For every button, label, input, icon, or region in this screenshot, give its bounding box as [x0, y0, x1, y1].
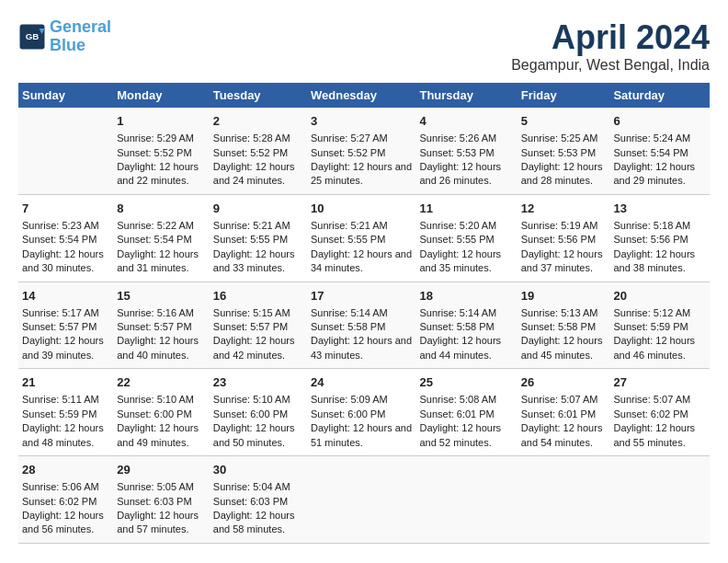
- day-number: 6: [613, 113, 706, 130]
- sunset-text: Sunset: 5:58 PM: [419, 320, 513, 334]
- sunset-text: Sunset: 5:57 PM: [213, 320, 303, 334]
- daylight-text: Daylight: 12 hours and 48 minutes.: [22, 421, 109, 450]
- col-header-sunday: Sunday: [18, 83, 113, 108]
- cell-3-6: 19Sunrise: 5:13 AMSunset: 5:58 PMDayligh…: [518, 282, 610, 369]
- sunset-text: Sunset: 5:52 PM: [213, 146, 303, 160]
- sunset-text: Sunset: 5:57 PM: [22, 320, 109, 334]
- cell-1-4: 3Sunrise: 5:27 AMSunset: 5:52 PMDaylight…: [307, 108, 415, 194]
- cell-1-5: 4Sunrise: 5:26 AMSunset: 5:53 PMDaylight…: [415, 108, 517, 194]
- sunset-text: Sunset: 6:02 PM: [22, 495, 109, 509]
- sunrise-text: Sunrise: 5:28 AM: [213, 132, 303, 145]
- main-title: April 2024: [511, 18, 710, 57]
- day-number: 27: [613, 374, 706, 391]
- daylight-text: Daylight: 12 hours and 58 minutes.: [213, 509, 303, 537]
- day-number: 8: [117, 201, 206, 217]
- day-number: 22: [117, 374, 206, 391]
- day-number: 1: [117, 113, 206, 130]
- day-number: 21: [22, 374, 109, 391]
- daylight-text: Daylight: 12 hours and 34 minutes.: [311, 247, 412, 276]
- daylight-text: Daylight: 12 hours and 43 minutes.: [311, 334, 412, 362]
- logo-text: General Blue: [50, 18, 111, 55]
- cell-2-4: 10Sunrise: 5:21 AMSunset: 5:55 PMDayligh…: [307, 194, 415, 282]
- col-header-monday: Monday: [113, 83, 210, 108]
- logo: GB General Blue: [18, 18, 111, 55]
- calendar-body: 1Sunrise: 5:29 AMSunset: 5:52 PMDaylight…: [18, 108, 710, 543]
- cell-1-3: 2Sunrise: 5:28 AMSunset: 5:52 PMDaylight…: [210, 108, 307, 194]
- cell-3-7: 20Sunrise: 5:12 AMSunset: 5:59 PMDayligh…: [609, 282, 710, 369]
- sunrise-text: Sunrise: 5:24 AM: [613, 132, 706, 145]
- sunset-text: Sunset: 5:54 PM: [22, 233, 109, 247]
- day-number: 24: [311, 374, 412, 391]
- cell-2-2: 8Sunrise: 5:22 AMSunset: 5:54 PMDaylight…: [113, 194, 210, 282]
- sunrise-text: Sunrise: 5:10 AM: [213, 393, 303, 407]
- day-number: 2: [213, 113, 303, 130]
- col-header-tuesday: Tuesday: [210, 83, 307, 108]
- day-number: 16: [213, 288, 303, 304]
- cell-1-1: [18, 108, 113, 194]
- daylight-text: Daylight: 12 hours and 28 minutes.: [521, 160, 607, 189]
- daylight-text: Daylight: 12 hours and 35 minutes.: [419, 247, 513, 276]
- cell-5-7: [609, 456, 710, 544]
- day-number: 25: [419, 374, 513, 391]
- sunrise-text: Sunrise: 5:27 AM: [311, 132, 412, 145]
- cell-2-5: 11Sunrise: 5:20 AMSunset: 5:55 PMDayligh…: [415, 194, 517, 282]
- day-number: 26: [521, 374, 607, 391]
- sunrise-text: Sunrise: 5:14 AM: [419, 306, 513, 320]
- col-header-friday: Friday: [518, 83, 610, 108]
- svg-text:GB: GB: [26, 31, 40, 41]
- daylight-text: Daylight: 12 hours and 50 minutes.: [213, 421, 303, 450]
- sunset-text: Sunset: 5:53 PM: [419, 146, 513, 160]
- daylight-text: Daylight: 12 hours and 42 minutes.: [213, 334, 303, 362]
- cell-3-5: 18Sunrise: 5:14 AMSunset: 5:58 PMDayligh…: [415, 282, 517, 369]
- sunrise-text: Sunrise: 5:11 AM: [22, 393, 109, 407]
- sunrise-text: Sunrise: 5:07 AM: [521, 393, 607, 407]
- day-number: 12: [521, 201, 607, 217]
- sunrise-text: Sunrise: 5:07 AM: [613, 393, 706, 407]
- cell-3-3: 16Sunrise: 5:15 AMSunset: 5:57 PMDayligh…: [210, 282, 307, 369]
- sunrise-text: Sunrise: 5:16 AM: [117, 306, 206, 320]
- col-header-thursday: Thursday: [415, 83, 517, 108]
- title-block: April 2024 Begampur, West Bengal, India: [511, 18, 710, 74]
- cell-3-2: 15Sunrise: 5:16 AMSunset: 5:57 PMDayligh…: [113, 282, 210, 369]
- sunrise-text: Sunrise: 5:21 AM: [213, 219, 303, 233]
- day-number: 11: [419, 201, 513, 217]
- cell-4-7: 27Sunrise: 5:07 AMSunset: 6:02 PMDayligh…: [609, 369, 710, 456]
- day-number: 17: [311, 288, 412, 304]
- sunrise-text: Sunrise: 5:17 AM: [22, 306, 109, 320]
- day-number: 29: [117, 462, 206, 478]
- sunrise-text: Sunrise: 5:21 AM: [311, 219, 412, 233]
- day-number: 19: [521, 288, 607, 304]
- sunrise-text: Sunrise: 5:09 AM: [311, 393, 412, 407]
- sunset-text: Sunset: 6:01 PM: [521, 408, 607, 421]
- week-row-5: 28Sunrise: 5:06 AMSunset: 6:02 PMDayligh…: [18, 456, 710, 544]
- week-row-3: 14Sunrise: 5:17 AMSunset: 5:57 PMDayligh…: [18, 282, 710, 369]
- sunset-text: Sunset: 5:52 PM: [117, 146, 206, 160]
- sunset-text: Sunset: 5:53 PM: [521, 146, 607, 160]
- sunset-text: Sunset: 6:03 PM: [117, 495, 206, 509]
- day-number: 20: [613, 288, 706, 304]
- daylight-text: Daylight: 12 hours and 57 minutes.: [117, 509, 206, 537]
- daylight-text: Daylight: 12 hours and 52 minutes.: [419, 421, 513, 450]
- cell-3-1: 14Sunrise: 5:17 AMSunset: 5:57 PMDayligh…: [18, 282, 113, 369]
- daylight-text: Daylight: 12 hours and 31 minutes.: [117, 247, 206, 276]
- daylight-text: Daylight: 12 hours and 22 minutes.: [117, 160, 206, 189]
- daylight-text: Daylight: 12 hours and 40 minutes.: [117, 334, 206, 362]
- sunset-text: Sunset: 6:00 PM: [117, 408, 206, 421]
- day-number: 18: [419, 288, 513, 304]
- daylight-text: Daylight: 12 hours and 54 minutes.: [521, 421, 607, 450]
- day-number: 28: [22, 462, 109, 478]
- day-number: 10: [311, 201, 412, 217]
- sunrise-text: Sunrise: 5:13 AM: [521, 306, 607, 320]
- daylight-text: Daylight: 12 hours and 49 minutes.: [117, 421, 206, 450]
- daylight-text: Daylight: 12 hours and 29 minutes.: [613, 160, 706, 189]
- cell-2-6: 12Sunrise: 5:19 AMSunset: 5:56 PMDayligh…: [518, 194, 610, 282]
- sunrise-text: Sunrise: 5:19 AM: [521, 219, 607, 233]
- cell-5-3: 30Sunrise: 5:04 AMSunset: 6:03 PMDayligh…: [210, 456, 307, 544]
- sunrise-text: Sunrise: 5:10 AM: [117, 393, 206, 407]
- sunrise-text: Sunrise: 5:26 AM: [419, 132, 513, 145]
- sunset-text: Sunset: 5:58 PM: [311, 320, 412, 334]
- cell-1-2: 1Sunrise: 5:29 AMSunset: 5:52 PMDaylight…: [113, 108, 210, 194]
- day-number: 13: [613, 201, 706, 217]
- cell-5-2: 29Sunrise: 5:05 AMSunset: 6:03 PMDayligh…: [113, 456, 210, 544]
- daylight-text: Daylight: 12 hours and 30 minutes.: [22, 247, 109, 276]
